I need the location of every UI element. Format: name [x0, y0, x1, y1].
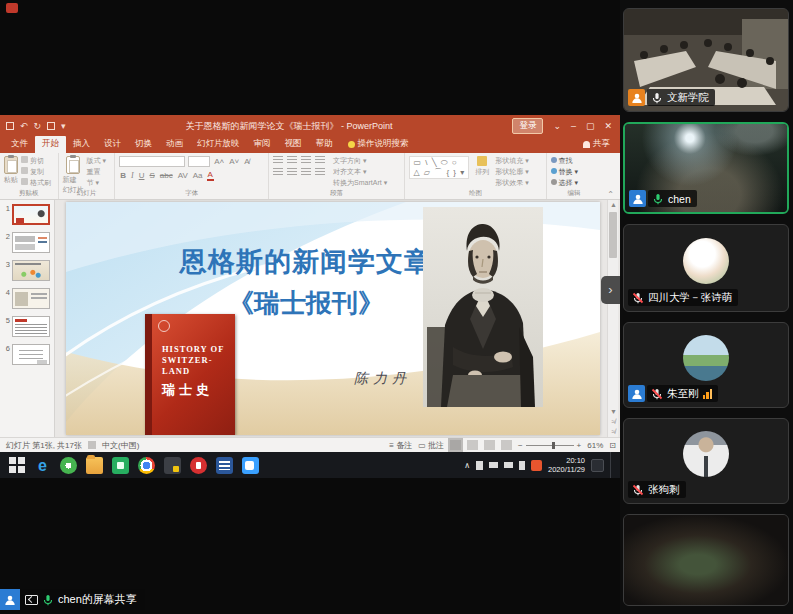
reset-button[interactable]: 重置 — [87, 167, 106, 177]
slide-thumbnail-1[interactable]: 1 — [2, 204, 54, 225]
share-button[interactable]: 共享 — [583, 138, 610, 153]
scroll-down-icon[interactable]: ▼ — [608, 408, 619, 415]
zoom-out-icon[interactable]: − — [518, 441, 523, 450]
quick-access-toolbar[interactable]: ↶ ↻ ▾ — [6, 121, 66, 131]
shape-fill-button[interactable]: 形状填充 ▾ — [495, 156, 528, 166]
text-direction-button[interactable]: 文字方向 ▾ — [333, 156, 387, 166]
tray-status-icon[interactable] — [519, 461, 525, 470]
taskbar-input-app-icon[interactable] — [164, 457, 181, 474]
shrink-font-icon[interactable]: A˅ — [228, 157, 240, 166]
paste-icon[interactable] — [4, 156, 18, 174]
undo-icon[interactable]: ↶ — [20, 121, 28, 131]
vertical-scrollbar[interactable]: ▲ ▼ ≉ ≉ — [607, 200, 618, 437]
ribbon-tab-文件[interactable]: 文件 — [4, 136, 35, 153]
slide-canvas[interactable]: 恩格斯的新闻学文章 《瑞士报刊》 HISTORY OF SWITZER- LAN… — [55, 200, 620, 437]
tray-ime-icon[interactable] — [591, 459, 604, 472]
participant-tile[interactable]: 朱至刚 — [623, 322, 789, 408]
redo-icon[interactable]: ↻ — [34, 121, 42, 131]
taskbar-browser-icon[interactable] — [60, 457, 77, 474]
start-button[interactable] — [9, 457, 25, 473]
maximize-button[interactable]: ▢ — [586, 121, 595, 131]
ribbon-tab-设计[interactable]: 设计 — [97, 136, 128, 153]
participant-tile[interactable]: 文新学院 — [623, 8, 789, 112]
bullets-icon[interactable] — [273, 156, 283, 164]
show-desktop-button[interactable] — [610, 452, 614, 478]
scroll-up-icon[interactable]: ▲ — [608, 201, 619, 208]
participant-tile[interactable]: 四川大学－张诗萌 — [623, 224, 789, 312]
copy-button[interactable]: 复制 — [21, 167, 51, 177]
cut-button[interactable]: 剪切 — [21, 156, 51, 166]
ribbon-tab-动画[interactable]: 动画 — [159, 136, 190, 153]
underline-button[interactable]: U — [138, 171, 146, 180]
ribbon-tab-切换[interactable]: 切换 — [128, 136, 159, 153]
tell-me-search[interactable]: 操作说明搜索 — [348, 138, 409, 153]
shapes-gallery[interactable]: ▭ \ ╲ ⬭ ○ △ ▱ ⌒ { } ▾ — [409, 156, 469, 179]
taskbar-meeting-app-icon[interactable] — [242, 457, 259, 474]
tray-battery-icon[interactable] — [476, 461, 483, 470]
clear-format-icon[interactable]: A̸ — [243, 157, 250, 166]
notes-toggle[interactable]: ≡ 备注 — [389, 440, 412, 451]
zoom-slider[interactable]: − + — [518, 441, 581, 450]
numbering-icon[interactable] — [287, 156, 297, 164]
ribbon-tab-插入[interactable]: 插入 — [66, 136, 97, 153]
previous-slide-icon[interactable]: ≉ — [608, 418, 619, 425]
slide-sorter-view-icon[interactable] — [467, 440, 478, 450]
ribbon-display-options-icon[interactable]: ⌄ — [553, 121, 561, 131]
language-status[interactable]: 中文(中国) — [102, 440, 139, 451]
taskbar-chrome-icon[interactable] — [138, 457, 155, 474]
close-button[interactable]: ✕ — [604, 121, 612, 131]
slideshow-view-icon[interactable] — [501, 440, 512, 450]
section-button[interactable]: 节 ▾ — [87, 178, 106, 188]
replace-button[interactable]: 替换 ▾ — [551, 167, 598, 177]
strikethrough-button[interactable]: abc — [159, 171, 174, 180]
character-spacing-icon[interactable]: AV — [177, 171, 189, 180]
change-case-icon[interactable]: Aa — [192, 171, 204, 180]
shadow-button[interactable]: S — [148, 171, 155, 180]
new-slide-icon[interactable] — [66, 156, 80, 174]
ribbon-tab-幻灯片放映[interactable]: 幻灯片放映 — [190, 136, 247, 153]
tray-volume-icon[interactable] — [504, 462, 513, 468]
ribbon-tab-视图[interactable]: 视图 — [278, 136, 309, 153]
slide-thumbnail-6[interactable]: 6 — [2, 344, 54, 365]
format-painter-button[interactable]: 格式刷 — [21, 178, 51, 188]
italic-button[interactable]: I — [130, 171, 135, 180]
align-left-icon[interactable] — [273, 168, 283, 176]
shape-outline-button[interactable]: 形状轮廓 ▾ — [495, 167, 528, 177]
taskbar-explorer-icon[interactable] — [86, 457, 103, 474]
collapse-ribbon-icon[interactable]: ⌃ — [601, 190, 620, 199]
scrollbar-thumb[interactable] — [609, 212, 617, 258]
taskbar-red-app-icon[interactable] — [190, 457, 207, 474]
fit-to-window-icon[interactable]: ⊡ — [609, 441, 616, 450]
slideshow-icon[interactable] — [47, 122, 55, 130]
tray-network-icon[interactable] — [489, 462, 498, 468]
tray-expand-icon[interactable]: ∧ — [464, 461, 470, 470]
justify-icon[interactable] — [315, 168, 325, 176]
ribbon-tab-审阅[interactable]: 审阅 — [247, 136, 278, 153]
slide-thumbnail-2[interactable]: 2 — [2, 232, 54, 253]
normal-view-icon[interactable] — [450, 440, 461, 450]
font-color-icon[interactable]: A — [207, 170, 214, 181]
slide-thumbnail-3[interactable]: 3 — [2, 260, 54, 281]
taskbar-office-app-icon[interactable] — [216, 457, 233, 474]
align-right-icon[interactable] — [301, 168, 311, 176]
participant-tile[interactable] — [623, 514, 789, 606]
bold-button[interactable]: B — [119, 171, 127, 180]
minimize-button[interactable]: – — [571, 121, 576, 131]
reading-view-icon[interactable] — [484, 440, 495, 450]
login-button[interactable]: 登录 — [512, 118, 543, 134]
ribbon-tab-开始[interactable]: 开始 — [35, 136, 66, 153]
next-slide-icon[interactable]: ≉ — [608, 428, 619, 435]
font-name-combo[interactable] — [119, 156, 185, 167]
smartart-button[interactable]: 转换为SmartArt ▾ — [333, 178, 387, 188]
ribbon-tab-帮助[interactable]: 帮助 — [309, 136, 340, 153]
comments-toggle[interactable]: ▭ 批注 — [418, 440, 444, 451]
zoom-level[interactable]: 61% — [587, 441, 603, 450]
select-button[interactable]: 选择 ▾ — [551, 178, 598, 188]
participant-tile[interactable]: 张狗剩 — [623, 418, 789, 504]
align-text-button[interactable]: 对齐文本 ▾ — [333, 167, 387, 177]
paste-button[interactable]: 粘贴 — [4, 175, 18, 185]
shape-effects-button[interactable]: 形状效果 ▾ — [495, 178, 528, 188]
taskbar-clock[interactable]: 20:10 2020/11/29 — [548, 456, 585, 474]
sidebar-collapse-tab[interactable]: › — [601, 276, 620, 304]
arrange-button[interactable]: 排列 — [475, 167, 489, 177]
